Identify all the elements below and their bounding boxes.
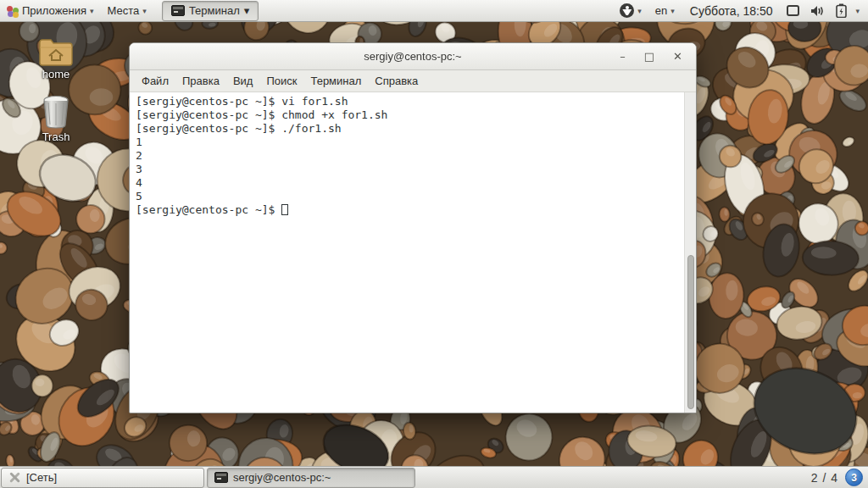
active-app-menu[interactable]: Терминал ▾ xyxy=(162,1,259,21)
terminal-cursor xyxy=(281,204,288,215)
close-button[interactable]: ✕ xyxy=(673,51,682,62)
home-folder-icon xyxy=(38,37,74,66)
chevron-down-icon: ▾ xyxy=(637,7,642,15)
terminal-line: 3 xyxy=(136,163,679,176)
taskbar-item-label: sergiy@centos-pc:~ xyxy=(233,471,331,484)
menu-bar: ФайлПравкаВидПоискТерминалСправка xyxy=(130,70,696,92)
terminal-icon xyxy=(214,472,228,483)
taskbar-item-label: [Сеть] xyxy=(26,471,57,484)
places-menu[interactable]: Места ▾ xyxy=(101,0,153,21)
places-menu-label: Места xyxy=(108,4,140,17)
terminal-line: 4 xyxy=(136,176,679,190)
chevron-down-icon: ▾ xyxy=(244,4,250,17)
keyboard-layout-label: en xyxy=(655,4,667,17)
network-icon xyxy=(8,472,21,483)
volume-icon[interactable] xyxy=(810,4,826,18)
chevron-down-icon: ▾ xyxy=(855,7,860,15)
terminal-icon xyxy=(171,5,185,16)
battery-charging-icon[interactable] xyxy=(836,3,847,18)
keyboard-layout-menu[interactable]: en ▾ xyxy=(648,0,682,21)
terminal-line: [sergiy@centos-pc ~]$ chmod +x for1.sh xyxy=(136,108,679,122)
display-icon[interactable] xyxy=(787,5,799,16)
terminal-screen[interactable]: [sergiy@centos-pc ~]$ vi for1.sh[sergiy@… xyxy=(130,92,696,413)
window-title: sergiy@centos-pc:~ xyxy=(130,50,696,63)
menu-item-file[interactable]: Файл xyxy=(135,75,175,87)
minimize-button[interactable]: – xyxy=(620,51,626,62)
chevron-down-icon: ▾ xyxy=(90,7,94,15)
workspace-indicator[interactable]: 2 / 4 xyxy=(811,471,838,485)
maximize-button[interactable]: □ xyxy=(644,51,654,62)
bottom-panel: [Сеть] sergiy@centos-pc:~ 2 / 4 3 xyxy=(0,466,868,488)
chevron-down-icon: ▾ xyxy=(670,7,675,15)
menu-item-terminal[interactable]: Терминал xyxy=(303,75,368,87)
window-titlebar[interactable]: sergiy@centos-pc:~ – □ ✕ xyxy=(130,43,696,70)
menu-item-search[interactable]: Поиск xyxy=(259,75,303,87)
desktop-icon-home[interactable]: home xyxy=(25,37,86,80)
terminal-prompt-line: [sergiy@centos-pc ~]$ xyxy=(136,203,679,217)
clock[interactable]: Суббота, 18:50 xyxy=(682,4,782,18)
scrollbar-thumb[interactable] xyxy=(687,255,694,409)
applications-menu-label: Приложения xyxy=(22,4,86,17)
desktop-icon-trash[interactable]: Trash xyxy=(25,95,86,143)
terminal-scrollbar[interactable] xyxy=(684,92,696,413)
accessibility-icon xyxy=(620,3,634,18)
desktop-icon-label: Trash xyxy=(25,130,86,143)
menu-item-help[interactable]: Справка xyxy=(368,75,425,87)
terminal-line: 5 xyxy=(136,190,679,203)
active-app-label: Терминал xyxy=(189,4,240,17)
terminal-line: [sergiy@centos-pc ~]$ ./for1.sh xyxy=(136,122,679,136)
top-panel: Приложения ▾ Места ▾ Терминал ▾ ▾ en ▾ xyxy=(0,0,868,22)
terminal-window: sergiy@centos-pc:~ – □ ✕ ФайлПравкаВидПо… xyxy=(129,42,697,413)
menu-item-edit[interactable]: Правка xyxy=(175,75,226,87)
session-menu[interactable]: ▾ xyxy=(852,0,863,21)
taskbar-item-network[interactable]: [Сеть] xyxy=(1,468,204,488)
workspace-pager-badge[interactable]: 3 xyxy=(845,469,863,486)
terminal-line: 2 xyxy=(136,149,679,163)
terminal-line: 1 xyxy=(136,136,679,149)
taskbar-item-terminal[interactable]: sergiy@centos-pc:~ xyxy=(207,468,415,488)
terminal-line: [sergiy@centos-pc ~]$ vi for1.sh xyxy=(136,95,679,108)
trash-icon xyxy=(41,95,71,129)
menu-item-view[interactable]: Вид xyxy=(226,75,260,87)
desktop: Приложения ▾ Места ▾ Терминал ▾ ▾ en ▾ xyxy=(0,0,868,488)
desktop-icon-label: home xyxy=(25,68,86,80)
applications-menu[interactable]: Приложения ▾ xyxy=(0,0,101,21)
applications-menu-icon xyxy=(7,5,19,17)
chevron-down-icon: ▾ xyxy=(142,7,147,15)
accessibility-menu[interactable]: ▾ xyxy=(613,0,648,21)
